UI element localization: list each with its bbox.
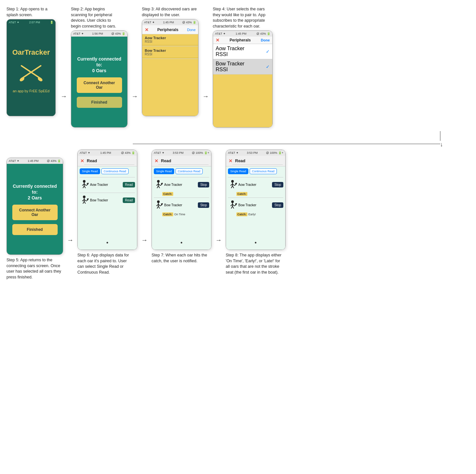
svg-line-26 xyxy=(160,184,162,186)
svg-line-24 xyxy=(157,186,158,188)
read-nav-x-7[interactable]: ✕ xyxy=(154,158,158,164)
status-signal-8: AT&T ✦ xyxy=(228,151,239,154)
step8-label: Step 8: The app displays either 'On Time… xyxy=(226,253,282,275)
connect-oar-btn-2[interactable]: Connect Another Oar xyxy=(12,205,58,220)
nav-x-3[interactable]: ✕ xyxy=(145,27,149,32)
finished-btn-2[interactable]: Finished xyxy=(12,224,58,235)
peripheral-name-4-1: Aow Tracker xyxy=(216,46,244,51)
peripheral-item-4-1[interactable]: Aow Tracker RSSI ✓ xyxy=(213,44,272,59)
status-time-2: 1:56 PM xyxy=(92,32,103,35)
oar-row-8-1: Aow Tracker Stop xyxy=(228,177,283,191)
status-battery-8: @ 100% 🔋+ xyxy=(266,151,283,154)
catch-row-8-2: Catch: Early! xyxy=(228,212,283,216)
status-bar-3: AT&T ✦ 1:45 PM @ 43% 🔋 xyxy=(142,19,198,25)
read-nav-x-6[interactable]: ✕ xyxy=(80,158,84,164)
continuous-read-btn-7[interactable]: Continuous Read xyxy=(176,168,203,174)
svg-point-12 xyxy=(83,196,85,198)
status-battery-1: 🔋 xyxy=(50,21,53,24)
step1-block: Step 1: App opens to a splash screen. AT… xyxy=(6,6,57,116)
nav-done-3[interactable]: Done xyxy=(187,28,196,32)
nav-done-4[interactable]: Done xyxy=(261,38,270,42)
single-read-btn-8[interactable]: Single Read xyxy=(228,168,248,174)
status-time-5: 1:45 PM xyxy=(28,159,39,163)
peripheral-rssi-4-1: RSSI xyxy=(216,51,244,57)
connect-body-2: Currently connected to: 2 Oars Connect A… xyxy=(7,164,63,254)
status-battery-4: @ 43% 🔋 xyxy=(256,32,270,35)
status-time-8: 3:53 PM xyxy=(247,151,258,154)
read-body-6: Single Read Continuous Read xyxy=(78,166,137,250)
step5-label: Step 5: App returns to the connecting oa… xyxy=(6,257,63,280)
stop-btn-8-1[interactable]: Stop xyxy=(272,182,283,187)
phone-read-7: AT&T ✦ 3:53 PM @ 100% 🔋+ ✕ Read Single R… xyxy=(152,150,211,250)
checkmark-4-1: ✓ xyxy=(266,49,270,54)
read-body-8: Single Read Continuous Read xyxy=(226,166,285,250)
connector-down-arrow xyxy=(440,131,440,141)
oar-figure-8-2 xyxy=(228,200,237,210)
svg-line-17 xyxy=(84,201,85,204)
read-toggle-7: Single Read Continuous Read xyxy=(154,168,209,174)
read-nav-title-7: Read xyxy=(158,157,209,165)
svg-line-50 xyxy=(234,205,236,206)
svg-line-8 xyxy=(83,186,84,188)
status-battery-2: @ 43% 🔋 xyxy=(111,32,125,35)
read-btn-6-1[interactable]: Read xyxy=(123,182,135,187)
connector-right-line: ↓ xyxy=(133,144,440,144)
status-signal-2: AT&T ✦ xyxy=(73,32,84,35)
step4-label: Step 4: User selects the oars they would… xyxy=(213,6,273,29)
status-time-3: 1:45 PM xyxy=(163,21,174,24)
oar-row-6-2: Bow Tracker Read xyxy=(80,193,135,207)
read-nav-x-8[interactable]: ✕ xyxy=(229,158,232,164)
read-dot-6: • xyxy=(80,238,135,248)
svg-line-41 xyxy=(232,186,234,188)
oar-figure-7-2 xyxy=(154,200,163,210)
single-read-btn-6[interactable]: Single Read xyxy=(80,168,100,174)
step7-block: AT&T ✦ 3:53 PM @ 100% 🔋+ ✕ Read Single R… xyxy=(152,150,211,264)
connect-oar-btn-0[interactable]: Connect Another Oar xyxy=(77,77,122,93)
svg-line-10 xyxy=(86,184,88,186)
peripherals-body-4: Aow Tracker RSSI ✓ Bow Tracker RSSI xyxy=(213,44,272,128)
read-dot-7: • xyxy=(154,238,209,248)
status-battery-6: @ 43% 🔋 xyxy=(121,151,135,154)
read-toggle-8: Single Read Continuous Read xyxy=(228,168,283,174)
step3-block: Step 3: All discovered oars are displaye… xyxy=(142,6,198,116)
oar-name-7-2: Bow Tracker xyxy=(164,203,197,207)
splash-subtitle: an app by FrEE SpEEd xyxy=(13,89,50,93)
status-signal-6: AT&T ✦ xyxy=(80,151,90,154)
peripherals-nav-3: ✕ Peripherals Done xyxy=(142,25,198,34)
continuous-read-btn-8[interactable]: Continuous Read xyxy=(250,168,277,174)
catch-row-7-2: Catch: On Time xyxy=(154,212,209,216)
stop-btn-7-2[interactable]: Stop xyxy=(198,202,209,208)
nav-x-4[interactable]: ✕ xyxy=(216,38,220,43)
read-nav-title-6: Read xyxy=(84,157,134,165)
continuous-read-btn-6[interactable]: Continuous Read xyxy=(101,168,129,174)
status-battery-5: @ 43% 🔋 xyxy=(47,159,61,163)
single-read-btn-7[interactable]: Single Read xyxy=(154,168,174,174)
oar-row-7-2: Bow Tracker Stop xyxy=(154,198,209,211)
peripheral-rssi-4-2: RSSI xyxy=(216,67,244,73)
oar-name-6-2: Bow Tracker xyxy=(90,198,121,202)
read-nav-8: ✕ Read xyxy=(226,156,285,166)
step3-label: Step 3: All discovered oars are displaye… xyxy=(142,6,198,18)
status-bar-7: AT&T ✦ 3:53 PM @ 100% 🔋+ xyxy=(152,150,211,156)
finished-btn-0[interactable]: Finished xyxy=(77,97,122,108)
phone-read-6: AT&T ✦ 1:45 PM @ 43% 🔋 ✕ Read Single Rea… xyxy=(77,150,137,250)
status-bar-1: AT&T ✦ 2:07 PM 🔋 xyxy=(7,19,55,25)
splash-body: OarTracker an app by FrEE SpEEd xyxy=(7,25,55,116)
oar-name-8-2: Bow Tracker xyxy=(238,203,271,207)
peripheral-item-3-2[interactable]: Bow Tracker RSSI xyxy=(142,47,198,58)
peripheral-item-4-2[interactable]: Bow Tracker RSSI ✓ xyxy=(213,59,272,74)
oar-row-7-1: Aow Tracker Stop xyxy=(154,177,209,191)
status-battery-7: @ 100% 🔋+ xyxy=(192,151,209,154)
peripheral-item-3-1[interactable]: Aow Tracker RSSI xyxy=(142,34,198,45)
connect-body-0: Currently connected to: 0 Oars Connect A… xyxy=(71,37,127,127)
oar-figure-8-1 xyxy=(228,179,237,190)
stop-btn-8-2[interactable]: Stop xyxy=(272,202,283,208)
stop-btn-7-1[interactable]: Stop xyxy=(198,182,209,187)
peripheral-rssi-3-1: RSSI xyxy=(145,40,196,43)
read-btn-6-2[interactable]: Read xyxy=(123,198,135,203)
svg-line-33 xyxy=(158,206,160,209)
oar-figure-7-1 xyxy=(154,179,163,190)
oar-figure-6-1 xyxy=(80,179,89,190)
step5-block: → AT&T ✦ 1:45 PM @ 43% 🔋 Currently conne… xyxy=(6,150,63,280)
catch-label-7-1: Catch: xyxy=(162,192,173,196)
